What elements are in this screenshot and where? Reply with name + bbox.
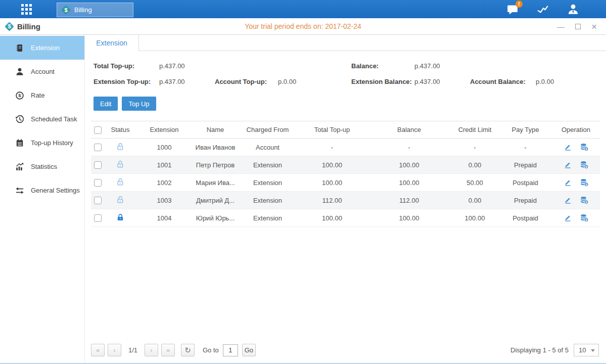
extension-icon	[15, 43, 24, 53]
cell-total-topup: 100.00	[297, 209, 367, 227]
cell-pay-type: Postpaid	[499, 174, 552, 192]
cell-name: Петр Петров	[192, 156, 239, 174]
sidebar-label: Top-up History	[31, 139, 73, 147]
cell-name: Мария Ива...	[192, 174, 239, 192]
edit-pencil-icon[interactable]	[564, 161, 572, 169]
window-controls: — ×	[557, 22, 597, 31]
lock-open-icon[interactable]	[116, 196, 124, 204]
cell-balance: 100.00	[367, 174, 451, 192]
main-content: Extension Total Top-up: p.437.00 Balance…	[85, 35, 606, 363]
statistics-icon	[15, 162, 24, 171]
lock-open-icon[interactable]	[116, 160, 124, 168]
sidebar-item-scheduled-task[interactable]: Scheduled Task	[0, 107, 84, 131]
select-all-checkbox[interactable]	[94, 126, 102, 134]
topup-coins-icon[interactable]: $	[580, 143, 589, 151]
lock-open-icon[interactable]	[116, 143, 124, 151]
next-page-button[interactable]: ›	[145, 344, 158, 356]
edit-pencil-icon[interactable]	[564, 214, 572, 222]
sidebar-label: Rate	[31, 92, 44, 99]
sidebar-label: Account	[31, 68, 55, 75]
table-row: 1003 Дмитрий Д... Extension 112.00 112.0…	[91, 192, 600, 209]
scheduled-task-icon	[15, 115, 24, 124]
row-checkbox[interactable]	[94, 197, 102, 204]
sidebar: Extension Account $ Rate	[0, 35, 85, 363]
sidebar-label: Scheduled Task	[31, 115, 77, 123]
top-up-button[interactable]: Top Up	[122, 97, 156, 111]
cell-balance: 100.00	[367, 156, 451, 174]
cell-charged-from: Extension	[239, 174, 297, 192]
sidebar-item-account[interactable]: Account	[0, 60, 84, 83]
summary-panel: Total Top-up: p.437.00 Balance: p.437.00…	[85, 51, 606, 89]
page-size-value: 10	[579, 346, 586, 354]
apps-grid-icon[interactable]	[20, 3, 32, 15]
edit-button[interactable]: Edit	[94, 97, 118, 111]
cell-credit-limit: 100.00	[451, 209, 499, 227]
trial-notice: Your trial period ends on: 2017-02-24	[0, 22, 606, 30]
header-credit-limit: Credit Limit	[451, 121, 499, 139]
topup-coins-icon[interactable]: $	[580, 178, 589, 187]
row-checkbox[interactable]	[94, 144, 102, 151]
close-icon[interactable]: ×	[591, 22, 597, 31]
messages-icon[interactable]: !	[506, 4, 519, 15]
edit-pencil-icon[interactable]	[564, 178, 572, 187]
extension-balance-value: p.437.00	[414, 78, 470, 85]
page-size-select[interactable]: 10	[574, 344, 599, 356]
row-checkbox[interactable]	[94, 161, 102, 169]
user-account-icon[interactable]	[567, 4, 580, 15]
prev-page-button[interactable]: ‹	[108, 344, 121, 356]
edit-pencil-icon[interactable]	[564, 196, 572, 204]
minimize-icon[interactable]: —	[557, 23, 565, 30]
header-extension: Extension	[136, 121, 192, 139]
last-page-button[interactable]: »	[161, 344, 175, 356]
sidebar-item-general-settings[interactable]: General Settings	[0, 178, 84, 202]
cell-extension: 1000	[136, 139, 192, 156]
cell-name: Юрий Юрь...	[192, 209, 239, 227]
extension-topup-value: p.437.00	[159, 78, 215, 85]
go-button[interactable]: Go	[242, 344, 256, 356]
sidebar-item-extension[interactable]: Extension	[0, 36, 84, 60]
tab-strip-filler	[139, 35, 606, 51]
account-topup-label: Account Top-up:	[215, 78, 278, 85]
maximize-icon[interactable]	[575, 23, 581, 30]
header-total-topup: Total Top-up	[297, 121, 367, 139]
total-topup-value: p.437.00	[159, 62, 215, 70]
window-title: Billing	[17, 22, 40, 31]
edit-pencil-icon[interactable]	[564, 143, 572, 151]
app-tab-billing[interactable]: $ Billing	[57, 3, 133, 17]
sidebar-item-rate[interactable]: $ Rate	[0, 83, 84, 107]
cell-pay-type: -	[499, 139, 552, 156]
lock-open-icon[interactable]	[116, 178, 124, 186]
cell-balance: -	[367, 139, 451, 156]
header-balance: Balance	[367, 121, 451, 139]
topup-coins-icon[interactable]: $	[580, 196, 589, 204]
row-checkbox[interactable]	[94, 179, 102, 187]
lock-locked-icon[interactable]	[116, 213, 124, 221]
cell-credit-limit: 50.00	[451, 174, 499, 192]
refresh-icon[interactable]: ↻	[181, 344, 195, 356]
topup-coins-icon[interactable]: $	[580, 161, 589, 169]
first-page-button[interactable]: «	[91, 344, 105, 356]
header-status: Status	[104, 121, 136, 139]
cell-extension: 1002	[136, 174, 192, 192]
cell-credit-limit: -	[451, 139, 499, 156]
chevron-down-icon	[591, 349, 595, 352]
cell-extension: 1004	[136, 209, 192, 227]
account-balance-label: Account Balance:	[470, 78, 536, 85]
balance-label: Balance:	[351, 62, 414, 70]
header-charged-from: Charged From	[239, 121, 297, 139]
cell-credit-limit: 0.00	[451, 156, 499, 174]
row-checkbox[interactable]	[94, 214, 102, 222]
top-app-bar: $ Billing !	[0, 0, 606, 18]
sidebar-item-statistics[interactable]: Statistics	[0, 155, 84, 178]
sidebar-item-topup-history[interactable]: Top-up History	[0, 131, 84, 155]
window-title-bar: $ Billing Your trial period ends on: 201…	[0, 18, 606, 35]
topup-coins-icon[interactable]: $	[580, 214, 589, 222]
cell-charged-from: Extension	[239, 192, 297, 209]
general-settings-icon	[15, 186, 24, 195]
goto-page-input[interactable]	[223, 344, 238, 356]
svg-text:$: $	[18, 93, 21, 98]
sidebar-label: Statistics	[31, 163, 57, 170]
tab-extension[interactable]: Extension	[85, 35, 139, 51]
reports-chart-icon[interactable]	[536, 4, 549, 15]
rate-icon: $	[15, 91, 24, 100]
